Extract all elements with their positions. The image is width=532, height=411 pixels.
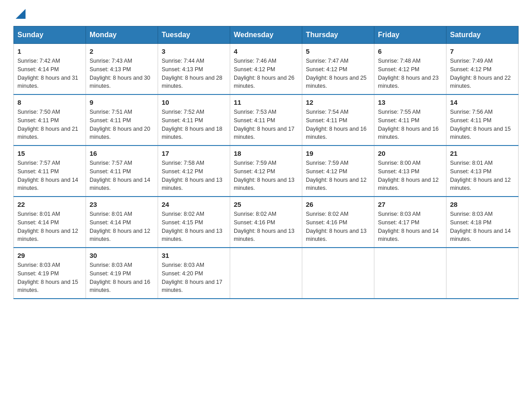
- day-number: 20: [378, 150, 442, 157]
- calendar-day-cell: 16 Sunrise: 7:57 AMSunset: 4:11 PMDaylig…: [86, 146, 158, 197]
- day-info: Sunrise: 8:02 AMSunset: 4:16 PMDaylight:…: [234, 210, 298, 244]
- calendar-day-cell: 24 Sunrise: 8:02 AMSunset: 4:15 PMDaylig…: [158, 197, 230, 248]
- day-number: 8: [17, 98, 82, 106]
- day-info: Sunrise: 8:01 AMSunset: 4:14 PMDaylight:…: [17, 210, 82, 244]
- calendar-day-cell: [230, 248, 302, 299]
- calendar-day-cell: [446, 248, 519, 299]
- day-header-wednesday: Wednesday: [230, 26, 302, 44]
- svg-marker-0: [16, 9, 26, 19]
- calendar-header-row: SundayMondayTuesdayWednesdayThursdayFrid…: [14, 26, 519, 44]
- day-info: Sunrise: 7:59 AMSunset: 4:12 PMDaylight:…: [234, 159, 298, 193]
- day-number: 6: [378, 47, 442, 55]
- day-number: 25: [234, 201, 298, 208]
- day-info: Sunrise: 7:43 AMSunset: 4:13 PMDaylight:…: [90, 57, 154, 90]
- page-header: [13, 9, 519, 17]
- day-info: Sunrise: 8:03 AMSunset: 4:19 PMDaylight:…: [17, 261, 82, 295]
- day-number: 21: [450, 150, 515, 157]
- logo: [13, 9, 26, 17]
- day-header-sunday: Sunday: [14, 26, 86, 44]
- day-header-saturday: Saturday: [446, 26, 519, 44]
- day-header-friday: Friday: [374, 26, 446, 44]
- calendar-day-cell: 28 Sunrise: 8:03 AMSunset: 4:18 PMDaylig…: [446, 197, 519, 248]
- day-number: 17: [162, 150, 226, 157]
- calendar-week-row: 22 Sunrise: 8:01 AMSunset: 4:14 PMDaylig…: [14, 197, 519, 248]
- day-info: Sunrise: 8:03 AMSunset: 4:20 PMDaylight:…: [162, 261, 226, 295]
- calendar-table: SundayMondayTuesdayWednesdayThursdayFrid…: [13, 26, 519, 299]
- calendar-day-cell: 30 Sunrise: 8:03 AMSunset: 4:19 PMDaylig…: [86, 248, 158, 299]
- calendar-day-cell: 2 Sunrise: 7:43 AMSunset: 4:13 PMDayligh…: [86, 44, 158, 95]
- day-info: Sunrise: 7:53 AMSunset: 4:11 PMDaylight:…: [234, 108, 298, 141]
- day-number: 12: [306, 98, 370, 106]
- calendar-week-row: 8 Sunrise: 7:50 AMSunset: 4:11 PMDayligh…: [14, 94, 519, 146]
- calendar-day-cell: 10 Sunrise: 7:52 AMSunset: 4:11 PMDaylig…: [158, 94, 230, 146]
- calendar-day-cell: 19 Sunrise: 7:59 AMSunset: 4:12 PMDaylig…: [302, 146, 374, 197]
- calendar-day-cell: 17 Sunrise: 7:58 AMSunset: 4:12 PMDaylig…: [158, 146, 230, 197]
- day-number: 10: [162, 98, 226, 106]
- calendar-day-cell: 8 Sunrise: 7:50 AMSunset: 4:11 PMDayligh…: [14, 94, 86, 146]
- calendar-day-cell: 12 Sunrise: 7:54 AMSunset: 4:11 PMDaylig…: [302, 94, 374, 146]
- calendar-day-cell: 22 Sunrise: 8:01 AMSunset: 4:14 PMDaylig…: [14, 197, 86, 248]
- calendar-day-cell: 6 Sunrise: 7:48 AMSunset: 4:12 PMDayligh…: [374, 44, 446, 95]
- day-header-tuesday: Tuesday: [158, 26, 230, 44]
- day-number: 28: [450, 201, 515, 208]
- day-number: 3: [162, 47, 226, 55]
- calendar-day-cell: 27 Sunrise: 8:03 AMSunset: 4:17 PMDaylig…: [374, 197, 446, 248]
- day-info: Sunrise: 7:49 AMSunset: 4:12 PMDaylight:…: [450, 57, 515, 90]
- day-info: Sunrise: 8:01 AMSunset: 4:13 PMDaylight:…: [450, 159, 515, 193]
- logo-triangle-icon: [16, 9, 26, 19]
- day-info: Sunrise: 7:58 AMSunset: 4:12 PMDaylight:…: [162, 159, 226, 193]
- day-number: 1: [17, 47, 82, 55]
- calendar-day-cell: 31 Sunrise: 8:03 AMSunset: 4:20 PMDaylig…: [158, 248, 230, 299]
- calendar-week-row: 15 Sunrise: 7:57 AMSunset: 4:11 PMDaylig…: [14, 146, 519, 197]
- calendar-day-cell: [374, 248, 446, 299]
- day-number: 23: [90, 201, 154, 208]
- day-info: Sunrise: 7:57 AMSunset: 4:11 PMDaylight:…: [17, 159, 82, 193]
- day-number: 15: [17, 150, 82, 157]
- calendar-day-cell: 18 Sunrise: 7:59 AMSunset: 4:12 PMDaylig…: [230, 146, 302, 197]
- calendar-day-cell: 4 Sunrise: 7:46 AMSunset: 4:12 PMDayligh…: [230, 44, 302, 95]
- day-number: 22: [17, 201, 82, 208]
- calendar-day-cell: 11 Sunrise: 7:53 AMSunset: 4:11 PMDaylig…: [230, 94, 302, 146]
- day-info: Sunrise: 7:59 AMSunset: 4:12 PMDaylight:…: [306, 159, 370, 193]
- day-header-thursday: Thursday: [302, 26, 374, 44]
- day-number: 7: [450, 47, 515, 55]
- day-info: Sunrise: 7:46 AMSunset: 4:12 PMDaylight:…: [234, 57, 298, 90]
- calendar-day-cell: 3 Sunrise: 7:44 AMSunset: 4:13 PMDayligh…: [158, 44, 230, 95]
- day-number: 31: [162, 252, 226, 259]
- day-number: 27: [378, 201, 442, 208]
- day-number: 14: [450, 98, 515, 106]
- day-info: Sunrise: 8:03 AMSunset: 4:17 PMDaylight:…: [378, 210, 442, 244]
- day-info: Sunrise: 8:03 AMSunset: 4:19 PMDaylight:…: [90, 261, 154, 295]
- calendar-day-cell: 20 Sunrise: 8:00 AMSunset: 4:13 PMDaylig…: [374, 146, 446, 197]
- day-number: 18: [234, 150, 298, 157]
- day-info: Sunrise: 7:47 AMSunset: 4:12 PMDaylight:…: [306, 57, 370, 90]
- day-number: 19: [306, 150, 370, 157]
- calendar-day-cell: 23 Sunrise: 8:01 AMSunset: 4:14 PMDaylig…: [86, 197, 158, 248]
- calendar-week-row: 29 Sunrise: 8:03 AMSunset: 4:19 PMDaylig…: [14, 248, 519, 299]
- calendar-day-cell: 26 Sunrise: 8:02 AMSunset: 4:16 PMDaylig…: [302, 197, 374, 248]
- day-number: 11: [234, 98, 298, 106]
- day-info: Sunrise: 8:03 AMSunset: 4:18 PMDaylight:…: [450, 210, 515, 244]
- day-info: Sunrise: 8:00 AMSunset: 4:13 PMDaylight:…: [378, 159, 442, 193]
- day-info: Sunrise: 7:50 AMSunset: 4:11 PMDaylight:…: [17, 108, 82, 141]
- day-number: 4: [234, 47, 298, 55]
- calendar-day-cell: 13 Sunrise: 7:55 AMSunset: 4:11 PMDaylig…: [374, 94, 446, 146]
- calendar-day-cell: [302, 248, 374, 299]
- day-number: 24: [162, 201, 226, 208]
- day-number: 2: [90, 47, 154, 55]
- day-number: 29: [17, 252, 82, 259]
- calendar-day-cell: 7 Sunrise: 7:49 AMSunset: 4:12 PMDayligh…: [446, 44, 519, 95]
- calendar-day-cell: 29 Sunrise: 8:03 AMSunset: 4:19 PMDaylig…: [14, 248, 86, 299]
- day-info: Sunrise: 7:48 AMSunset: 4:12 PMDaylight:…: [378, 57, 442, 90]
- calendar-day-cell: 25 Sunrise: 8:02 AMSunset: 4:16 PMDaylig…: [230, 197, 302, 248]
- day-number: 13: [378, 98, 442, 106]
- day-info: Sunrise: 7:52 AMSunset: 4:11 PMDaylight:…: [162, 108, 226, 141]
- day-number: 26: [306, 201, 370, 208]
- calendar-day-cell: 14 Sunrise: 7:56 AMSunset: 4:11 PMDaylig…: [446, 94, 519, 146]
- day-info: Sunrise: 8:02 AMSunset: 4:15 PMDaylight:…: [162, 210, 226, 244]
- calendar-week-row: 1 Sunrise: 7:42 AMSunset: 4:14 PMDayligh…: [14, 44, 519, 95]
- calendar-day-cell: 15 Sunrise: 7:57 AMSunset: 4:11 PMDaylig…: [14, 146, 86, 197]
- calendar-day-cell: 9 Sunrise: 7:51 AMSunset: 4:11 PMDayligh…: [86, 94, 158, 146]
- day-info: Sunrise: 8:01 AMSunset: 4:14 PMDaylight:…: [90, 210, 154, 244]
- day-info: Sunrise: 7:57 AMSunset: 4:11 PMDaylight:…: [90, 159, 154, 193]
